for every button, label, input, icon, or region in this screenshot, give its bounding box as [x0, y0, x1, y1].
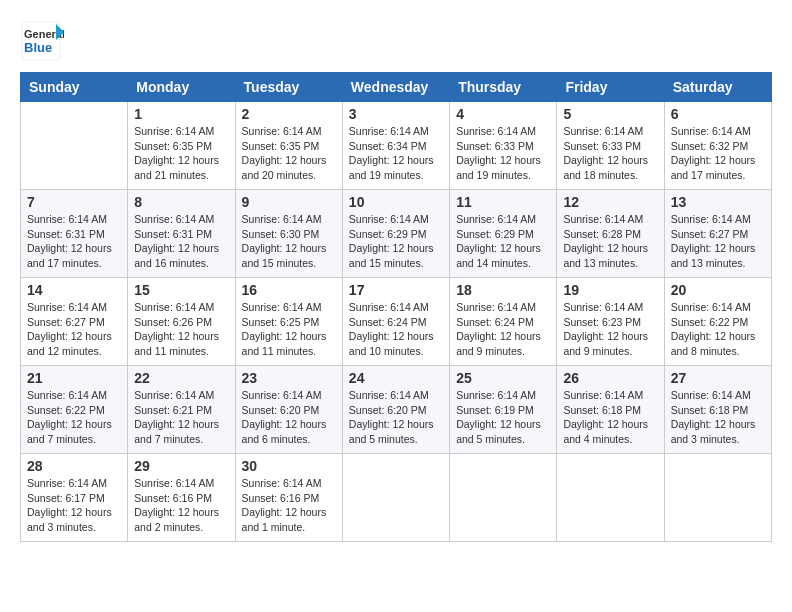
cell-info: Sunrise: 6:14 AMSunset: 6:17 PMDaylight:…	[27, 476, 121, 535]
cell-info: Sunrise: 6:14 AMSunset: 6:23 PMDaylight:…	[563, 300, 657, 359]
day-number: 26	[563, 370, 657, 386]
calendar-cell: 13Sunrise: 6:14 AMSunset: 6:27 PMDayligh…	[664, 190, 771, 278]
col-header-tuesday: Tuesday	[235, 73, 342, 102]
cell-info: Sunrise: 6:14 AMSunset: 6:21 PMDaylight:…	[134, 388, 228, 447]
calendar-cell	[21, 102, 128, 190]
calendar-cell: 5Sunrise: 6:14 AMSunset: 6:33 PMDaylight…	[557, 102, 664, 190]
page-header: General Blue	[20, 20, 772, 64]
calendar-cell: 6Sunrise: 6:14 AMSunset: 6:32 PMDaylight…	[664, 102, 771, 190]
day-number: 4	[456, 106, 550, 122]
cell-info: Sunrise: 6:14 AMSunset: 6:22 PMDaylight:…	[671, 300, 765, 359]
day-number: 25	[456, 370, 550, 386]
calendar-cell: 18Sunrise: 6:14 AMSunset: 6:24 PMDayligh…	[450, 278, 557, 366]
cell-info: Sunrise: 6:14 AMSunset: 6:27 PMDaylight:…	[27, 300, 121, 359]
calendar-cell: 4Sunrise: 6:14 AMSunset: 6:33 PMDaylight…	[450, 102, 557, 190]
calendar-cell: 28Sunrise: 6:14 AMSunset: 6:17 PMDayligh…	[21, 454, 128, 542]
col-header-friday: Friday	[557, 73, 664, 102]
calendar-cell: 21Sunrise: 6:14 AMSunset: 6:22 PMDayligh…	[21, 366, 128, 454]
cell-info: Sunrise: 6:14 AMSunset: 6:32 PMDaylight:…	[671, 124, 765, 183]
cell-info: Sunrise: 6:14 AMSunset: 6:19 PMDaylight:…	[456, 388, 550, 447]
calendar-cell: 26Sunrise: 6:14 AMSunset: 6:18 PMDayligh…	[557, 366, 664, 454]
day-number: 28	[27, 458, 121, 474]
cell-info: Sunrise: 6:14 AMSunset: 6:34 PMDaylight:…	[349, 124, 443, 183]
cell-info: Sunrise: 6:14 AMSunset: 6:20 PMDaylight:…	[242, 388, 336, 447]
day-number: 2	[242, 106, 336, 122]
day-number: 14	[27, 282, 121, 298]
calendar-table: SundayMondayTuesdayWednesdayThursdayFrid…	[20, 72, 772, 542]
col-header-sunday: Sunday	[21, 73, 128, 102]
day-number: 1	[134, 106, 228, 122]
calendar-cell: 11Sunrise: 6:14 AMSunset: 6:29 PMDayligh…	[450, 190, 557, 278]
day-number: 20	[671, 282, 765, 298]
cell-info: Sunrise: 6:14 AMSunset: 6:18 PMDaylight:…	[563, 388, 657, 447]
day-number: 12	[563, 194, 657, 210]
cell-info: Sunrise: 6:14 AMSunset: 6:22 PMDaylight:…	[27, 388, 121, 447]
cell-info: Sunrise: 6:14 AMSunset: 6:24 PMDaylight:…	[456, 300, 550, 359]
calendar-cell: 23Sunrise: 6:14 AMSunset: 6:20 PMDayligh…	[235, 366, 342, 454]
calendar-cell	[342, 454, 449, 542]
cell-info: Sunrise: 6:14 AMSunset: 6:33 PMDaylight:…	[456, 124, 550, 183]
svg-text:Blue: Blue	[24, 40, 52, 55]
calendar-cell: 27Sunrise: 6:14 AMSunset: 6:18 PMDayligh…	[664, 366, 771, 454]
day-number: 13	[671, 194, 765, 210]
col-header-monday: Monday	[128, 73, 235, 102]
logo: General Blue	[20, 20, 64, 64]
cell-info: Sunrise: 6:14 AMSunset: 6:18 PMDaylight:…	[671, 388, 765, 447]
cell-info: Sunrise: 6:14 AMSunset: 6:29 PMDaylight:…	[349, 212, 443, 271]
col-header-thursday: Thursday	[450, 73, 557, 102]
cell-info: Sunrise: 6:14 AMSunset: 6:28 PMDaylight:…	[563, 212, 657, 271]
day-number: 23	[242, 370, 336, 386]
day-number: 8	[134, 194, 228, 210]
day-number: 19	[563, 282, 657, 298]
day-number: 11	[456, 194, 550, 210]
calendar-cell: 25Sunrise: 6:14 AMSunset: 6:19 PMDayligh…	[450, 366, 557, 454]
calendar-cell: 3Sunrise: 6:14 AMSunset: 6:34 PMDaylight…	[342, 102, 449, 190]
calendar-cell: 16Sunrise: 6:14 AMSunset: 6:25 PMDayligh…	[235, 278, 342, 366]
cell-info: Sunrise: 6:14 AMSunset: 6:20 PMDaylight:…	[349, 388, 443, 447]
day-number: 6	[671, 106, 765, 122]
cell-info: Sunrise: 6:14 AMSunset: 6:33 PMDaylight:…	[563, 124, 657, 183]
cell-info: Sunrise: 6:14 AMSunset: 6:35 PMDaylight:…	[134, 124, 228, 183]
calendar-cell: 1Sunrise: 6:14 AMSunset: 6:35 PMDaylight…	[128, 102, 235, 190]
calendar-cell: 12Sunrise: 6:14 AMSunset: 6:28 PMDayligh…	[557, 190, 664, 278]
calendar-cell	[557, 454, 664, 542]
calendar-cell: 19Sunrise: 6:14 AMSunset: 6:23 PMDayligh…	[557, 278, 664, 366]
calendar-cell: 30Sunrise: 6:14 AMSunset: 6:16 PMDayligh…	[235, 454, 342, 542]
calendar-cell: 10Sunrise: 6:14 AMSunset: 6:29 PMDayligh…	[342, 190, 449, 278]
calendar-cell: 2Sunrise: 6:14 AMSunset: 6:35 PMDaylight…	[235, 102, 342, 190]
col-header-saturday: Saturday	[664, 73, 771, 102]
day-number: 7	[27, 194, 121, 210]
day-number: 10	[349, 194, 443, 210]
cell-info: Sunrise: 6:14 AMSunset: 6:26 PMDaylight:…	[134, 300, 228, 359]
calendar-cell	[450, 454, 557, 542]
cell-info: Sunrise: 6:14 AMSunset: 6:35 PMDaylight:…	[242, 124, 336, 183]
day-number: 30	[242, 458, 336, 474]
calendar-cell	[664, 454, 771, 542]
day-number: 24	[349, 370, 443, 386]
calendar-cell: 14Sunrise: 6:14 AMSunset: 6:27 PMDayligh…	[21, 278, 128, 366]
day-number: 17	[349, 282, 443, 298]
cell-info: Sunrise: 6:14 AMSunset: 6:31 PMDaylight:…	[134, 212, 228, 271]
cell-info: Sunrise: 6:14 AMSunset: 6:29 PMDaylight:…	[456, 212, 550, 271]
calendar-cell: 22Sunrise: 6:14 AMSunset: 6:21 PMDayligh…	[128, 366, 235, 454]
calendar-cell: 24Sunrise: 6:14 AMSunset: 6:20 PMDayligh…	[342, 366, 449, 454]
day-number: 29	[134, 458, 228, 474]
cell-info: Sunrise: 6:14 AMSunset: 6:25 PMDaylight:…	[242, 300, 336, 359]
cell-info: Sunrise: 6:14 AMSunset: 6:30 PMDaylight:…	[242, 212, 336, 271]
calendar-cell: 7Sunrise: 6:14 AMSunset: 6:31 PMDaylight…	[21, 190, 128, 278]
col-header-wednesday: Wednesday	[342, 73, 449, 102]
day-number: 9	[242, 194, 336, 210]
cell-info: Sunrise: 6:14 AMSunset: 6:24 PMDaylight:…	[349, 300, 443, 359]
day-number: 15	[134, 282, 228, 298]
calendar-cell: 20Sunrise: 6:14 AMSunset: 6:22 PMDayligh…	[664, 278, 771, 366]
day-number: 22	[134, 370, 228, 386]
calendar-cell: 15Sunrise: 6:14 AMSunset: 6:26 PMDayligh…	[128, 278, 235, 366]
calendar-cell: 9Sunrise: 6:14 AMSunset: 6:30 PMDaylight…	[235, 190, 342, 278]
day-number: 27	[671, 370, 765, 386]
cell-info: Sunrise: 6:14 AMSunset: 6:16 PMDaylight:…	[134, 476, 228, 535]
generalblue-logo-icon: General Blue	[20, 20, 64, 64]
day-number: 5	[563, 106, 657, 122]
day-number: 21	[27, 370, 121, 386]
calendar-cell: 29Sunrise: 6:14 AMSunset: 6:16 PMDayligh…	[128, 454, 235, 542]
cell-info: Sunrise: 6:14 AMSunset: 6:31 PMDaylight:…	[27, 212, 121, 271]
